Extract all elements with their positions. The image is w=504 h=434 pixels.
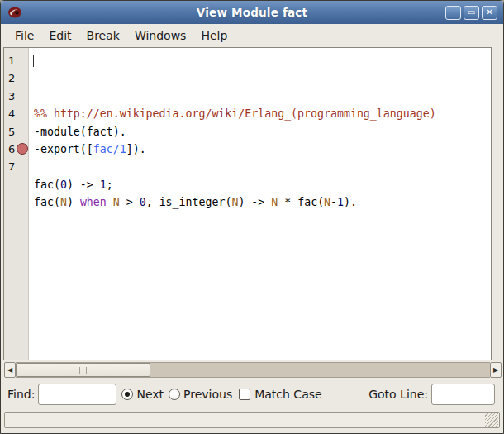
code-line[interactable]: fac(N) when N > 0, is_integer(N) -> N * …: [29, 193, 491, 211]
code-token-default: * fac(: [278, 196, 324, 208]
code-line[interactable]: -export([fac/1]).: [29, 141, 491, 158]
previous-label: Previous: [183, 388, 232, 401]
code-token-default: ).: [344, 196, 357, 208]
window-controls: ─ ▭ ✕: [445, 6, 497, 20]
menu-item-windows[interactable]: Windows: [127, 26, 194, 45]
code-token-default: ;: [107, 179, 113, 191]
menu-item-help[interactable]: Help: [193, 26, 235, 45]
code-line[interactable]: [29, 212, 491, 229]
line-number[interactable]: 4: [4, 105, 28, 122]
goto-line-label: Goto Line:: [368, 388, 428, 401]
scrollbar-grip-icon: [79, 367, 88, 374]
menu-item-file[interactable]: File: [7, 26, 41, 45]
code-token-default: , is_integer(: [146, 196, 232, 208]
goto-line-group: Goto Line:: [368, 384, 495, 405]
code-token-variable: N: [324, 196, 330, 208]
code-token-default: fac(: [34, 196, 60, 208]
line-number-gutter: 1234567: [4, 48, 29, 360]
scrollbar-track[interactable]: [16, 362, 490, 378]
find-bar: Find: Next Previous Match Case Goto Line…: [1, 378, 503, 411]
erlang-logo-icon[interactable]: [6, 4, 24, 21]
code-line[interactable]: -module(fact).: [29, 123, 491, 141]
maximize-button[interactable]: ▭: [464, 6, 479, 20]
code-token-number: 1: [337, 196, 344, 208]
menubar: FileEditBreakWindowsHelp: [1, 24, 503, 46]
find-label: Find:: [7, 388, 35, 401]
line-number[interactable]: 1: [4, 52, 28, 69]
view-module-window: View Module fact ─ ▭ ✕ FileEditBreakWind…: [0, 0, 504, 434]
code-token-variable: N: [113, 196, 120, 208]
code-token-default: ]).: [126, 143, 146, 155]
code-token-number: 0: [140, 196, 146, 208]
code-line[interactable]: [29, 158, 491, 175]
code-token-comment: %% http://en.wikipedia.org/wiki/Erlang_(…: [34, 107, 436, 120]
horizontal-scrollbar[interactable]: ◀ ▶: [4, 362, 502, 378]
minimize-button[interactable]: ─: [445, 6, 461, 20]
code-token-number: 1: [100, 179, 107, 191]
code-line[interactable]: %% http://en.wikipedia.org/wiki/Erlang_(…: [29, 105, 491, 122]
find-input[interactable]: [38, 384, 116, 405]
line-number[interactable]: 2: [4, 69, 28, 87]
line-number[interactable]: 7: [4, 158, 28, 175]
code-pane[interactable]: %% http://en.wikipedia.org/wiki/Erlang_(…: [29, 48, 491, 360]
menu-item-edit[interactable]: Edit: [41, 26, 78, 45]
code-token-default: fac(: [34, 179, 60, 191]
window-title: View Module fact: [1, 6, 503, 19]
code-token-default: -export([: [34, 143, 93, 155]
match-case-label: Match Case: [254, 388, 321, 401]
code-token-default: [107, 196, 113, 208]
code-token-default: -: [330, 196, 337, 208]
close-button[interactable]: ✕: [482, 6, 497, 20]
breakpoint-icon[interactable]: [17, 143, 28, 155]
next-radio[interactable]: [121, 389, 133, 400]
code-view[interactable]: 1234567 %% http://en.wikipedia.org/wiki/…: [3, 47, 492, 360]
text-caret: [33, 55, 34, 67]
titlebar[interactable]: View Module fact ─ ▭ ✕: [1, 1, 503, 24]
goto-line-input[interactable]: [431, 384, 495, 405]
line-number[interactable]: 6: [4, 141, 28, 158]
code-token-default: -module(fact).: [34, 126, 126, 138]
code-token-default: >: [120, 196, 140, 208]
code-token-variable: N: [60, 196, 67, 208]
scrollbar-thumb[interactable]: [16, 363, 150, 377]
resize-grip-icon[interactable]: [485, 413, 498, 427]
code-line[interactable]: fac(0) -> 1;: [29, 176, 491, 193]
menu-item-break[interactable]: Break: [79, 26, 127, 45]
scroll-left-arrow-icon[interactable]: ◀: [4, 362, 16, 378]
code-token-keyword: when: [80, 196, 107, 208]
next-label: Next: [136, 388, 164, 401]
code-token-function: fac/1: [93, 143, 126, 155]
previous-radio[interactable]: [169, 389, 180, 400]
code-token-default: ) ->: [67, 179, 100, 191]
status-bar: [4, 412, 500, 428]
code-token-default: ) ->: [238, 196, 271, 208]
line-number[interactable]: 5: [4, 123, 28, 141]
match-case-checkbox[interactable]: [239, 389, 250, 400]
code-token-default: ): [67, 196, 80, 208]
line-number[interactable]: 3: [4, 88, 28, 105]
code-token-number: 0: [60, 179, 67, 191]
scroll-right-arrow-icon[interactable]: ▶: [490, 362, 502, 378]
